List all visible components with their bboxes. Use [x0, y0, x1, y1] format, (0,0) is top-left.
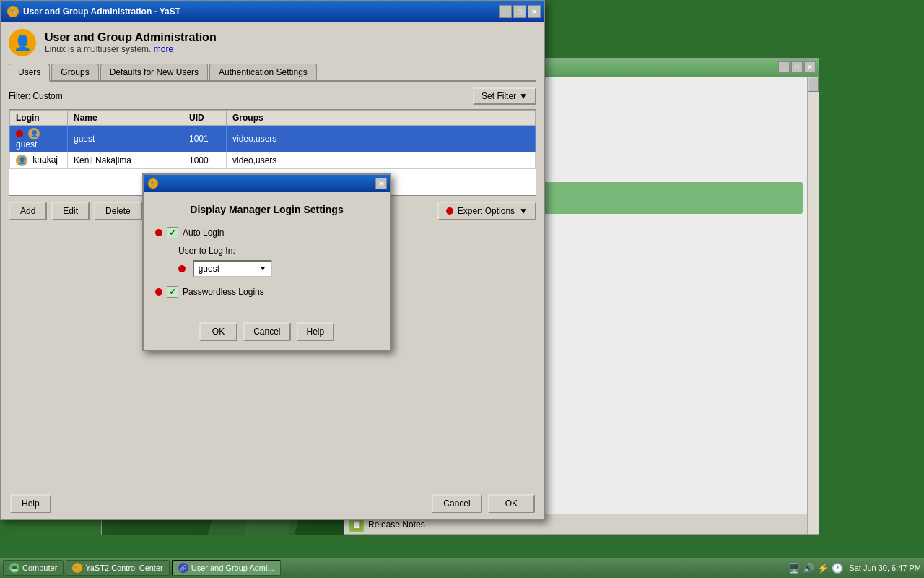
auto-login-check-mark: ✓ [169, 228, 176, 238]
taskbar-right: 🖥️ 🔊 ⚡ 🕐 Sat Jun 30, 6:47 PM [788, 563, 921, 574]
dropdown-chevron-icon: ▼ [260, 265, 266, 272]
dialog-body: Display Manager Login Settings ✓ Auto Lo… [144, 192, 390, 316]
dropdown-arrow-icon: ▼ [519, 91, 528, 101]
tab-users[interactable]: Users [9, 64, 50, 82]
row1-uid: 1001 [183, 126, 227, 152]
auto-login-checkbox[interactable]: ✓ [167, 227, 178, 238]
tab-groups[interactable]: Groups [51, 64, 98, 80]
volume-icon: 🔊 [803, 563, 814, 574]
table-row[interactable]: 👤 guest guest 1001 video,users [10, 126, 536, 152]
edit-button[interactable]: Edit [51, 202, 90, 220]
row2-name: Kenji Nakajima [68, 152, 183, 169]
main-header: 👤 User and Group Administration Linux is… [9, 29, 536, 56]
taskbar-item-computer[interactable]: 💻 Computer [3, 560, 64, 576]
yast-taskbar-icon: 🔧 [72, 563, 82, 573]
delete-button[interactable]: Delete [94, 202, 142, 220]
auto-login-label[interactable]: Auto Login [183, 228, 224, 238]
col-groups: Groups [227, 111, 536, 126]
expert-dropdown-icon: ▼ [519, 206, 528, 216]
user-dropdown-red-dot [178, 265, 186, 272]
ok-button[interactable]: OK [488, 494, 535, 513]
expert-options-button[interactable]: Expert Options ▼ [437, 202, 536, 220]
left-buttons: Add Edit Delete [9, 202, 142, 220]
row2-login: 👤 knakaj [10, 152, 68, 169]
col-login: Login [10, 111, 68, 126]
dialog-heading: Display Manager Login Settings [155, 204, 378, 215]
footer-right-buttons: Cancel OK [432, 494, 535, 513]
col-name: Name [68, 111, 183, 126]
cancel-button[interactable]: Cancel [432, 494, 481, 513]
yast-scrollbar[interactable] [807, 77, 819, 534]
user-login-label: User to Log In: [178, 246, 378, 256]
passwordless-checkbox[interactable]: ✓ [167, 286, 178, 298]
taskbar: 💻 Computer 🔧 YaST2 Control Center 🔗 User… [0, 558, 924, 578]
table-row[interactable]: 👤 knakaj Kenji Nakajima 1000 video,users [10, 152, 536, 169]
expert-red-dot [446, 207, 453, 215]
user-admin-taskbar-icon: 🔗 [178, 563, 188, 573]
passwordless-label[interactable]: Passwordless Logins [183, 287, 264, 297]
header-icon: 👤 [9, 29, 36, 56]
dialog-icon: 🔧 [148, 178, 158, 189]
user-dropdown[interactable]: guest ▼ [193, 260, 272, 277]
battery-icon: ⚡ [817, 563, 829, 574]
dialog-footer: OK Cancel Help [144, 316, 390, 350]
close-window-btn[interactable]: ✕ [528, 5, 541, 18]
computer-icon: 💻 [9, 563, 19, 573]
tab-bar: Users Groups Defaults for New Users Auth… [9, 64, 536, 82]
row1-name: guest [68, 126, 183, 152]
passwordless-red-dot [155, 288, 162, 296]
taskbar-clock: Sat Jun 30, 6:47 PM [849, 564, 921, 572]
row1-login: 👤 guest [10, 126, 68, 152]
dialog-help-button[interactable]: Help [297, 322, 335, 341]
help-button[interactable]: Help [10, 494, 51, 513]
subtitle-text: Linux is a multiuser system. [45, 44, 151, 54]
dialog-cancel-button[interactable]: Cancel [243, 322, 290, 341]
release-notes-label: Release Notes [368, 519, 425, 530]
yast-close-btn[interactable]: ✕ [804, 61, 816, 73]
minimize-btn[interactable]: _ [499, 5, 512, 18]
row2-groups: video,users [227, 152, 536, 169]
selected-user: guest [199, 264, 219, 274]
passwordless-row: ✓ Passwordless Logins [155, 286, 378, 298]
row1-groups: video,users [227, 126, 536, 152]
header-text: User and Group Administration Linux is a… [45, 31, 217, 54]
dialog-ok-button[interactable]: OK [199, 322, 237, 341]
main-titlebar-icon: 🔧 [7, 6, 19, 17]
auto-login-row: ✓ Auto Login [155, 227, 378, 238]
tab-auth[interactable]: Authentication Settings [209, 64, 317, 80]
passwordless-check-mark: ✓ [169, 287, 176, 297]
main-footer: Help Cancel OK [1, 488, 544, 519]
network-icon: 🖥️ [788, 563, 800, 574]
taskbar-item-user-admin[interactable]: 🔗 User and Group Admi... [172, 560, 281, 576]
col-uid: UID [183, 111, 227, 126]
dialog: 🔧 ✕ Display Manager Login Settings ✓ Aut… [142, 173, 391, 351]
restore-btn[interactable]: □ [513, 5, 526, 18]
taskbar-system-tray: 🖥️ 🔊 ⚡ 🕐 [788, 563, 843, 574]
yast-minimize-btn[interactable]: _ [778, 61, 790, 73]
clock-icon: 🕐 [832, 563, 843, 574]
filter-row: Filter: Custom Set Filter ▼ [9, 87, 536, 105]
tab-defaults[interactable]: Defaults for New Users [100, 64, 208, 80]
dialog-close-btn[interactable]: ✕ [375, 178, 387, 189]
main-titlebar: 🔧 User and Group Administration - YaST _… [1, 1, 544, 22]
main-title: User and Group Administration - YaST [23, 7, 180, 17]
page-title: User and Group Administration [45, 31, 217, 44]
set-filter-button[interactable]: Set Filter ▼ [473, 87, 536, 105]
add-button[interactable]: Add [9, 202, 47, 220]
taskbar-item-yast[interactable]: 🔧 YaST2 Control Center [66, 560, 169, 576]
more-link[interactable]: more [154, 44, 173, 54]
page-subtitle: Linux is a multiuser system. more [45, 44, 217, 54]
auto-login-red-dot [155, 229, 162, 236]
user-table: Login Name UID Groups [9, 110, 536, 169]
row2-uid: 1000 [183, 152, 227, 169]
dialog-titlebar: 🔧 ✕ [144, 175, 390, 192]
user-dropdown-row: guest ▼ [178, 260, 378, 277]
table-header-row: Login Name UID Groups [10, 111, 536, 126]
yast-maximize-btn[interactable]: □ [791, 61, 803, 73]
filter-label: Filter: Custom [9, 91, 63, 101]
